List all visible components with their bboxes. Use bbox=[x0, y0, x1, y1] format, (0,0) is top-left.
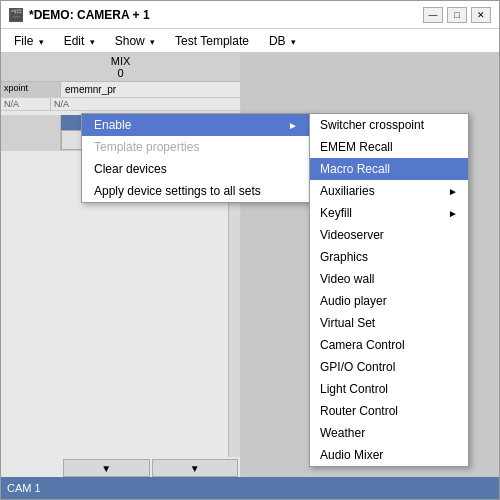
mixer-ememnr: ememnr_pr bbox=[61, 82, 120, 97]
ctx-apply-device-settings[interactable]: Apply device settings to all sets bbox=[82, 180, 310, 202]
ctx-weather[interactable]: Weather bbox=[310, 422, 468, 444]
enable-arrow: ► bbox=[288, 120, 298, 131]
main-window: 🎬 *DEMO: CAMERA + 1 — □ ✕ File ▾ Edit ▾ … bbox=[0, 0, 500, 500]
maximize-button[interactable]: □ bbox=[447, 7, 467, 23]
window-controls[interactable]: — □ ✕ bbox=[423, 7, 491, 23]
mic2-down-button[interactable]: ▼ bbox=[152, 459, 239, 477]
menu-bar: File ▾ Edit ▾ Show ▾ Test Template DB ▾ bbox=[1, 29, 499, 53]
ctx-videoserver[interactable]: Videoserver bbox=[310, 224, 468, 246]
auxiliaries-arrow: ► bbox=[448, 186, 458, 197]
menu-edit[interactable]: Edit ▾ bbox=[55, 31, 104, 51]
menu-file[interactable]: File ▾ bbox=[5, 31, 53, 51]
mixer-xpoint-row: xpoint ememnr_pr bbox=[1, 82, 240, 98]
ctx-emem-recall[interactable]: EMEM Recall bbox=[310, 136, 468, 158]
ctx-router-control[interactable]: Router Control bbox=[310, 400, 468, 422]
ctx-template-properties: Template properties bbox=[82, 136, 310, 158]
mixer-header: MIX 0 bbox=[1, 53, 240, 82]
ctx-light-control[interactable]: Light Control bbox=[310, 378, 468, 400]
ctx-macro-recall[interactable]: Macro Recall bbox=[310, 158, 468, 180]
ctx-graphics[interactable]: Graphics bbox=[310, 246, 468, 268]
ctx-auxiliaries[interactable]: Auxiliaries ► bbox=[310, 180, 468, 202]
menu-show[interactable]: Show ▾ bbox=[106, 31, 164, 51]
ctx-camera-control[interactable]: Camera Control bbox=[310, 334, 468, 356]
ctx-clear-devices[interactable]: Clear devices bbox=[82, 158, 310, 180]
ctx-gpio-control[interactable]: GPI/O Control bbox=[310, 356, 468, 378]
ctx-audio-player[interactable]: Audio player bbox=[310, 290, 468, 312]
close-button[interactable]: ✕ bbox=[471, 7, 491, 23]
window-title: *DEMO: CAMERA + 1 bbox=[29, 8, 150, 22]
main-content: MIX 0 xpoint ememnr_pr N/A N/A MIC 1 ▲ bbox=[1, 53, 499, 499]
db-arrow: ▾ bbox=[291, 37, 296, 47]
edit-arrow: ▾ bbox=[90, 37, 95, 47]
title-bar-left: 🎬 *DEMO: CAMERA + 1 bbox=[9, 8, 150, 22]
title-bar: 🎬 *DEMO: CAMERA + 1 — □ ✕ bbox=[1, 1, 499, 29]
show-arrow: ▾ bbox=[150, 37, 155, 47]
ctx-audio-mixer[interactable]: Audio Mixer bbox=[310, 444, 468, 466]
ctx-keyfill[interactable]: Keyfill ► bbox=[310, 202, 468, 224]
context-menu-enable: Enable ► Template properties Clear devic… bbox=[81, 113, 311, 203]
keyfill-arrow: ► bbox=[448, 208, 458, 219]
mixer-na-row: N/A N/A bbox=[1, 98, 240, 111]
ctx-video-wall[interactable]: Video wall bbox=[310, 268, 468, 290]
window-icon: 🎬 bbox=[9, 8, 23, 22]
mixer-na2: N/A bbox=[51, 98, 72, 110]
mixer-xpoint-label: xpoint bbox=[1, 82, 61, 97]
mixer-na1: N/A bbox=[1, 98, 51, 110]
ctx-enable[interactable]: Enable ► bbox=[82, 114, 310, 136]
mic1-down-button[interactable]: ▼ bbox=[63, 459, 150, 477]
ctx-virtual-set[interactable]: Virtual Set bbox=[310, 312, 468, 334]
down-buttons-row: ▼ ▼ bbox=[3, 459, 238, 477]
ctx-switcher-crosspoint[interactable]: Switcher crosspoint bbox=[310, 114, 468, 136]
cam-label: CAM 1 bbox=[1, 477, 499, 499]
file-arrow: ▾ bbox=[39, 37, 44, 47]
context-menu-right: Switcher crosspoint EMEM Recall Macro Re… bbox=[309, 113, 469, 467]
menu-db[interactable]: DB ▾ bbox=[260, 31, 305, 51]
menu-test-template[interactable]: Test Template bbox=[166, 31, 258, 51]
minimize-button[interactable]: — bbox=[423, 7, 443, 23]
